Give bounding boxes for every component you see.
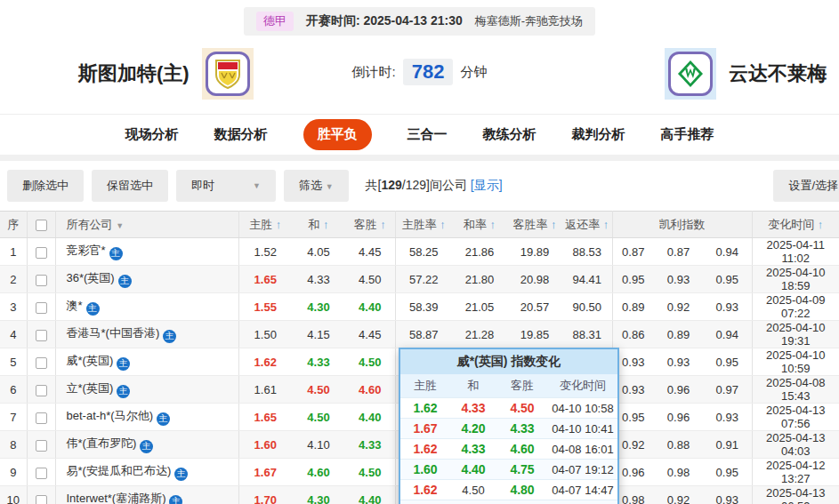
away-team: 云达不莱梅 xyxy=(665,48,827,100)
row-checkbox[interactable] xyxy=(36,330,47,341)
row-checkbox[interactable] xyxy=(36,275,47,286)
kelly-value: 0.91 xyxy=(703,431,752,459)
row-checkbox[interactable] xyxy=(36,468,47,479)
row-select-cell[interactable] xyxy=(27,348,55,376)
row-select-cell[interactable] xyxy=(27,404,55,431)
popup-row: 1.624.334.6004-08 16:01 xyxy=(400,438,617,459)
popup-title: 威*(英国) 指数变化 xyxy=(400,349,617,374)
kelly-value: 0.96 xyxy=(654,376,703,404)
company-name[interactable]: 易*(安提瓜和巴布达)主 xyxy=(55,459,238,486)
row-checkbox[interactable] xyxy=(36,412,47,424)
sort-asc-icon: ↑ xyxy=(490,218,496,231)
tab[interactable]: 现场分析 xyxy=(125,126,179,143)
home-company-badge-icon: 主 xyxy=(117,385,130,398)
teams-header: 斯图加特(主) 倒计时: 782 分钟 xyxy=(0,36,839,114)
header-return-rate[interactable]: 返还率 ↑ xyxy=(562,212,612,238)
away-rate: 20.57 xyxy=(507,293,562,321)
countdown-label: 倒计时: xyxy=(352,64,396,81)
company-name[interactable]: 36*(英国)主 xyxy=(55,266,238,293)
settings-button[interactable]: 设置/选择 xyxy=(773,170,839,202)
kelly-value: 0.87 xyxy=(612,238,654,266)
row-select-cell[interactable] xyxy=(27,321,55,348)
delete-selected-button[interactable]: 删除选中 xyxy=(7,170,84,202)
away-odds: 4.33 xyxy=(345,431,395,459)
company-name[interactable]: 竞彩官*主 xyxy=(55,238,238,266)
home-rate: 58.25 xyxy=(395,238,452,266)
row-index: 1 xyxy=(0,238,27,266)
popup-row: 1.624.334.5004-10 10:58 xyxy=(400,397,617,418)
row-checkbox[interactable] xyxy=(36,302,47,314)
header-draw-rate[interactable]: 和率 ↑ xyxy=(452,212,507,238)
show-link[interactable]: [显示] xyxy=(471,178,503,192)
sort-asc-icon: ↑ xyxy=(603,218,609,231)
header-home-rate[interactable]: 主胜率 ↑ xyxy=(395,212,452,238)
popup-change-time: 04-10 10:58 xyxy=(548,402,617,415)
popup-row: 1.624.504.8004-07 14:47 xyxy=(400,479,617,500)
row-select-cell[interactable] xyxy=(27,266,55,293)
instant-dropdown[interactable]: 即时 ▼ xyxy=(176,170,276,202)
kelly-value: 0.88 xyxy=(654,431,703,459)
tab[interactable]: 三合一 xyxy=(407,126,448,143)
kelly-value: 0.96 xyxy=(654,404,703,431)
row-select-cell[interactable] xyxy=(27,293,55,321)
header-home-odds[interactable]: 主胜 ↑ xyxy=(238,212,292,238)
row-index: 8 xyxy=(0,431,27,459)
row-index: 6 xyxy=(0,376,27,404)
popup-draw-odds: 4.33 xyxy=(450,401,496,415)
away-odds: 4.40 xyxy=(345,293,395,321)
home-odds: 1.61 xyxy=(238,376,292,404)
tab[interactable]: 教练分析 xyxy=(483,126,536,143)
header-select-all[interactable] xyxy=(27,212,55,238)
popup-home-odds: 1.62 xyxy=(400,483,450,497)
company-name[interactable]: 澳*主 xyxy=(55,293,238,321)
change-time: 2025-04-09 07:22 xyxy=(752,293,839,321)
kelly-value: 0.92 xyxy=(654,293,703,321)
company-name[interactable]: 威*(英国)主 xyxy=(55,348,238,376)
row-select-cell[interactable] xyxy=(27,459,55,486)
change-time: 2025-04-08 15:43 xyxy=(752,376,839,404)
home-rate: 58.39 xyxy=(395,293,452,321)
company-name[interactable]: 立*(英国)主 xyxy=(55,376,238,404)
company-name[interactable]: Interwet*(塞浦路斯)主 xyxy=(55,486,238,504)
popup-header-row: 主胜 和 客胜 变化时间 xyxy=(400,374,617,397)
popup-draw-odds: 4.33 xyxy=(450,442,496,456)
home-odds: 1.52 xyxy=(238,238,292,266)
header-change-time[interactable]: 变化时间 ↑ xyxy=(752,212,839,238)
company-name[interactable]: bet-at-h*(马尔他)主 xyxy=(55,404,238,431)
header-draw-odds[interactable]: 和 ↑ xyxy=(292,212,345,238)
row-select-cell[interactable] xyxy=(27,431,55,459)
row-checkbox[interactable] xyxy=(36,247,47,259)
home-company-badge-icon: 主 xyxy=(157,412,170,426)
row-checkbox[interactable] xyxy=(36,440,47,452)
header-away-odds[interactable]: 客胜 ↑ xyxy=(345,212,395,238)
keep-selected-button[interactable]: 保留选中 xyxy=(92,170,168,202)
home-odds: 1.65 xyxy=(238,266,292,293)
row-index: 2 xyxy=(0,266,27,293)
header-away-rate[interactable]: 客胜率 ↑ xyxy=(507,212,562,238)
company-name[interactable]: 伟*(直布罗陀)主 xyxy=(55,431,238,459)
tab[interactable]: 胜平负 xyxy=(303,119,372,150)
filter-dropdown[interactable]: 筛选 ▼ xyxy=(284,170,349,202)
row-select-cell[interactable] xyxy=(27,376,55,404)
home-company-badge-icon: 主 xyxy=(118,275,132,288)
table-row: 236*(英国)主1.654.334.5057.2221.8020.9894.4… xyxy=(0,266,839,293)
kelly-value: 0.89 xyxy=(654,321,703,348)
table-header-row: 序 所有公司 ▼ 主胜 ↑ 和 ↑ 客胜 ↑ 主胜率 ↑ 和率 ↑ 客胜率 ↑ … xyxy=(0,212,839,238)
row-checkbox[interactable] xyxy=(36,385,47,396)
tab[interactable]: 裁判分析 xyxy=(572,126,625,143)
change-time: 2025-04-10 10:59 xyxy=(752,348,839,376)
row-checkbox[interactable] xyxy=(36,357,47,369)
company-name[interactable]: 香港马*(中国香港)主 xyxy=(55,321,238,348)
tab[interactable]: 高手推荐 xyxy=(661,126,714,143)
home-odds: 1.67 xyxy=(238,459,292,486)
home-company-badge-icon: 主 xyxy=(117,357,130,371)
tab[interactable]: 数据分析 xyxy=(214,126,268,143)
away-rate: 19.85 xyxy=(507,321,562,348)
row-checkbox[interactable] xyxy=(36,495,47,504)
row-select-cell[interactable] xyxy=(27,486,55,504)
popup-away-odds: 4.75 xyxy=(496,462,548,476)
row-select-cell[interactable] xyxy=(27,238,55,266)
draw-rate: 21.86 xyxy=(452,238,507,266)
header-company[interactable]: 所有公司 ▼ xyxy=(55,212,238,238)
company-count-summary: 共[129/129]间公司 [显示] xyxy=(366,178,503,194)
